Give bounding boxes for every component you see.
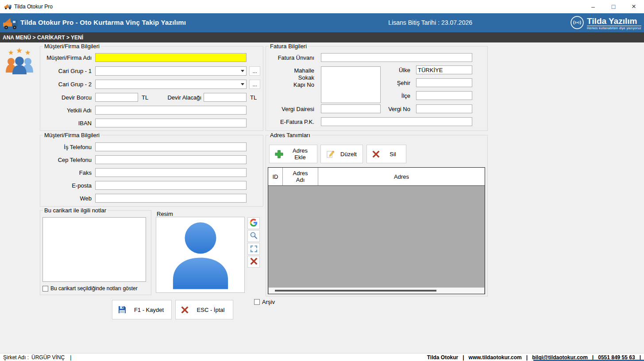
devir-borcu-input[interactable] [95,93,138,102]
svg-text:★: ★ [25,49,31,56]
cari-grup-1-more-button[interactable]: ... [249,66,260,76]
company-name-status-label: Şirket Adı : [3,354,29,361]
column-header-id[interactable]: ID [268,168,283,185]
cari-grup-2-label: Cari Grup - 2 [41,81,92,88]
app-truck-icon [4,3,12,11]
separator: | [463,354,464,361]
google-icon [250,219,258,228]
is-telefonu-label: İş Telefonu [41,144,92,151]
faks-label: Faks [41,169,92,177]
address-table-header: ID Adres Adı Adres [268,168,485,186]
vergi-dairesi-label: Vergi Dairesi [266,106,314,113]
devir-alacagi-currency: TL [250,94,261,101]
close-icon: × [632,2,636,11]
archive-checkbox-label: Arşiv [262,299,275,305]
minimize-icon: – [591,3,595,10]
address-delete-button[interactable]: Sil [366,145,406,163]
selection-rect-icon [251,246,257,252]
archive-checkbox[interactable]: Arşiv [254,299,275,305]
header-truck-icon [2,15,19,31]
checkbox-icon [254,299,260,305]
invoice-info-title: Fatura Bilgileri [269,43,308,50]
statusbar-website: www.tildaotokur.com [469,354,522,361]
save-button[interactable]: F1 - Kaydet [112,300,172,319]
cari-grup-2-select[interactable] [95,80,247,89]
address-edit-button[interactable]: Düzelt [320,145,363,163]
svg-text:★: ★ [16,47,23,55]
sokak-label: Sokak [266,74,314,81]
chevron-down-icon [239,80,246,88]
address-table[interactable]: ID Adres Adı Adres [268,167,485,294]
is-telefonu-input[interactable] [95,142,247,151]
checkbox-icon [42,286,48,292]
app-header: Tilda Otokur Pro - Oto Kurtarma Vinç Tak… [0,13,644,32]
cari-grup-2-more-button[interactable]: ... [249,80,260,89]
eposta-input[interactable] [95,181,247,190]
devir-alacagi-input[interactable] [204,93,247,102]
crop-select-button[interactable] [247,243,260,255]
show-notes-checkbox[interactable]: Bu carikart seçildiğinde notları göster [42,285,138,292]
customer-picture-box[interactable] [156,217,245,293]
maximize-icon: □ [612,3,615,10]
app-title: Tilda Otokur Pro - Oto Kurtarma Vinç Tak… [20,19,186,26]
notes-title: Bu carikart ile ilgili notlar [43,207,108,214]
red-x-icon [250,257,258,266]
brand-signal-icon [570,15,584,31]
column-header-adres-adi[interactable]: Adres Adı [283,168,318,185]
sehir-input[interactable] [416,78,472,87]
yetkili-adi-label: Yetkili Adı [41,107,92,114]
maximize-button[interactable]: □ [603,0,624,13]
window-title: Tilda Otokur Pro [14,4,53,10]
separator: | [70,354,71,361]
minimize-button[interactable]: – [583,0,603,13]
zoom-image-button[interactable] [247,230,260,242]
address-delete-label: Sil [380,151,406,157]
devir-alacagi-label: Devir Alacağı [153,94,201,101]
ilce-label: İlçe [383,92,410,100]
ulke-label: Ülke [383,67,410,74]
brand-logo: Tilda Yazılım Herkes kullanabilsin diye … [570,15,641,31]
contact-info-title: Müşteri/Firma Bilgileri [43,132,101,138]
column-header-adres[interactable]: Adres [318,168,485,185]
web-input[interactable] [95,194,247,203]
mahalle-label: Mahalle [266,67,314,74]
address-add-button[interactable]: Adres Ekle [269,145,317,163]
company-info-title: Müşteri/Firma Bilgileri [43,43,101,50]
remove-image-button[interactable] [247,256,260,268]
invoice-address-textarea[interactable] [321,66,381,103]
cep-telefonu-input[interactable] [95,155,247,164]
cancel-button[interactable]: ESC - İptal [175,300,233,319]
vergi-dairesi-input[interactable] [321,104,381,113]
magnifier-icon [250,231,258,241]
vergi-no-input[interactable] [416,104,472,113]
cep-telefonu-label: Cep Telefonu [41,157,92,164]
scrollbar-thumb[interactable] [275,290,436,292]
iban-label: IBAN [41,120,92,127]
yetkili-adi-input[interactable] [95,106,247,115]
company-name-input[interactable] [95,53,247,62]
separator: | [526,354,528,361]
devir-borcu-currency: TL [142,94,152,101]
pencil-icon [326,150,335,158]
person-silhouette-icon [168,219,233,291]
ulke-input[interactable] [416,65,472,74]
notes-textarea[interactable] [42,217,146,282]
cari-grup-1-select[interactable] [95,66,247,76]
red-x-icon [372,150,380,158]
devir-borcu-label: Devir Borcu [41,94,92,101]
faks-input[interactable] [95,168,247,177]
close-button[interactable]: × [624,0,644,13]
save-button-label: F1 - Kaydet [127,307,171,313]
efatura-pk-label: E-Fatura P.K. [266,119,314,126]
efatura-pk-input[interactable] [321,117,472,126]
fatura-unvani-input[interactable] [321,53,472,62]
customers-group-icon: ★ ★ ★ [5,47,34,77]
google-search-button[interactable] [247,217,260,229]
address-definitions-title: Adres Tanımları [269,132,312,138]
horizontal-scrollbar[interactable] [269,288,484,294]
iban-input[interactable] [95,119,247,127]
ilce-input[interactable] [416,91,472,100]
license-expiry: Lisans Bitiş Tarihi : 23.07.2026 [388,19,472,26]
show-notes-checkbox-label: Bu carikart seçildiğinde notları göster [50,285,138,292]
address-edit-label: Düzelt [335,151,362,157]
